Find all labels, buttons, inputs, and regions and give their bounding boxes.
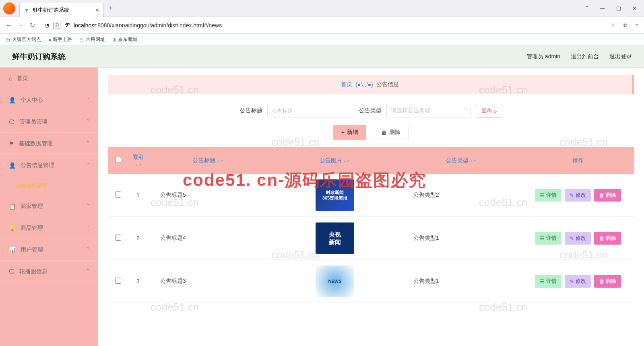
tab-close-icon[interactable]: ✕ (95, 7, 99, 13)
query-button[interactable]: 查询⌕ (476, 104, 502, 117)
chevron-down-icon[interactable]: ˅ (586, 5, 588, 11)
row-checkbox[interactable] (115, 192, 121, 198)
extensions-icon[interactable]: ⧉ (623, 22, 627, 29)
cell-title: 公告标题5 (148, 174, 268, 217)
folder-icon: 🗀 (79, 37, 84, 43)
trash-icon: 🗑 (599, 192, 604, 198)
sidebar-item-basedata[interactable]: ⚑基础数据管理˅ (0, 133, 98, 154)
edit-icon: ✎ (570, 278, 574, 284)
menu-icon[interactable]: ≡ (635, 22, 638, 29)
cell-image: NEWS (268, 260, 401, 303)
sidebar-subitem-notice[interactable]: 公告信息管理 (0, 176, 98, 196)
cell-image: 央视新闻 (268, 217, 401, 260)
row-edit-button[interactable]: ✎修改 (565, 275, 591, 288)
sidebar-item-merchant[interactable]: 📋商家管理˅ (0, 196, 98, 217)
sidebar-item-users[interactable]: 📊用户管理˅ (0, 239, 98, 261)
col-index[interactable]: 索引▲▼ (128, 147, 148, 174)
row-delete-button[interactable]: 🗑删除 (594, 189, 621, 202)
sidebar-item-notice[interactable]: 👤公告信息管理˄ (0, 154, 98, 176)
globe-icon: ⊕ (112, 37, 116, 43)
bookmark-item[interactable]: 🗀常用网址 (79, 36, 105, 43)
bookmark-item[interactable]: 🗀火狐官方站点 (6, 36, 41, 43)
tab-title: 鲜牛奶订购系统 (33, 6, 69, 14)
info-icon: ⓘ (53, 22, 60, 29)
firefox-logo-icon (3, 2, 15, 14)
url-field[interactable]: ◔ ⓘ ዏ localhost:8080/xiannaidinggou/admi… (41, 20, 605, 31)
search-title-label: 公告标题 (240, 107, 262, 114)
select-all-checkbox[interactable] (115, 157, 121, 163)
sort-icon: ▲▼ (217, 159, 224, 163)
chevron-down-icon: ˅ (87, 247, 89, 252)
chevron-down-icon: ˅ (87, 204, 89, 209)
edit-icon: ✎ (570, 192, 574, 198)
bookmarks-bar: 🗀火狐官方站点 ●新手上路 🗀常用网址 ⊕京东商城 (0, 34, 644, 46)
bookmark-item[interactable]: ●新手上路 (48, 36, 72, 43)
cell-title: 公告标题4 (148, 217, 268, 260)
flag-icon: ⚑ (9, 140, 14, 147)
app-header: 鲜牛奶订购系统 管理员 admin 退出到前台 退出登录 (0, 46, 644, 68)
add-button[interactable]: +新增 (333, 125, 366, 140)
browser-tab[interactable]: ▼ 鲜牛奶订购系统 ✕ (19, 3, 104, 17)
col-image[interactable]: 公告图片▲▼ (268, 147, 401, 174)
shield-icon: ◔ (45, 22, 49, 28)
bulk-delete-button[interactable]: 🗑删除 (373, 125, 409, 140)
search-icon: ⌕ (494, 108, 497, 114)
row-delete-button[interactable]: 🗑删除 (594, 232, 621, 245)
window-minimize-icon[interactable]: — (600, 5, 605, 11)
url-text: localhost:8080/xiannaidinggou/admin/dist… (74, 22, 222, 29)
cell-title: 公告标题3 (148, 260, 268, 303)
trash-icon: 🗑 (381, 129, 387, 136)
breadcrumb-face-icon: (●'◡'●) (355, 81, 373, 88)
col-type[interactable]: 公告类型▲▼ (401, 147, 522, 174)
row-detail-button[interactable]: ☰详情 (535, 232, 561, 245)
window-close-icon[interactable]: ✕ (632, 5, 637, 11)
row-edit-button[interactable]: ✎修改 (565, 232, 591, 245)
vue-icon: ▼ (24, 7, 29, 13)
sidebar-item-carousel[interactable]: 🖵轮播图信息˅ (0, 261, 98, 282)
sidebar-item-goods[interactable]: 💡商品管理˅ (0, 217, 98, 239)
thumbnail-image[interactable]: 央视新闻 (316, 222, 354, 254)
breadcrumb-home[interactable]: 首页 (341, 81, 352, 88)
nav-back-icon[interactable]: ← (6, 22, 12, 29)
bookmark-star-icon[interactable]: ☆ (611, 22, 615, 29)
thumbnail-image[interactable]: 时政新闻365资讯简报 (316, 179, 354, 211)
main-content: 首页 (●'◡'●) 公告信息 公告标题 公告类型 请选择公告类型 ˅ 查询⌕ … (98, 68, 644, 346)
search-row: 公告标题 公告类型 请选择公告类型 ˅ 查询⌕ (108, 104, 634, 117)
row-detail-button[interactable]: ☰详情 (535, 189, 561, 202)
cell-index: 3 (128, 260, 148, 303)
chevron-down-icon: ˅ (87, 225, 89, 231)
nav-forward-icon[interactable]: → (18, 22, 24, 29)
breadcrumb: 首页 (●'◡'●) 公告信息 (108, 75, 634, 94)
new-tab-button[interactable]: + (109, 4, 113, 12)
thumbnail-image[interactable]: NEWS (316, 266, 354, 297)
row-checkbox[interactable] (115, 235, 121, 241)
row-detail-button[interactable]: ☰详情 (535, 275, 561, 288)
sort-icon: ▲▼ (470, 159, 477, 163)
chevron-down-icon: ˅ (87, 269, 89, 274)
breadcrumb-current: 公告信息 (376, 81, 399, 88)
search-title-input[interactable] (267, 104, 354, 117)
exit-to-front-link[interactable]: 退出到前台 (571, 53, 599, 60)
admin-label[interactable]: 管理员 admin (526, 53, 560, 60)
logout-link[interactable]: 退出登录 (609, 53, 632, 60)
row-edit-button[interactable]: ✎修改 (565, 189, 591, 202)
sidebar-item-personal[interactable]: 👤个人中心˅ (0, 89, 98, 111)
cell-type: 公告类型1 (401, 260, 522, 303)
chevron-down-icon: ˅ (87, 97, 89, 103)
chevron-down-icon: ˅ (87, 141, 89, 146)
col-title[interactable]: 公告标题▲▼ (148, 147, 268, 174)
row-delete-button[interactable]: 🗑删除 (594, 275, 621, 288)
user-icon: 👤 (9, 162, 16, 169)
list-icon: ☰ (540, 278, 545, 284)
row-checkbox[interactable] (115, 278, 121, 284)
bars-icon: 📊 (9, 247, 16, 253)
sidebar-item-home[interactable]: ⌂首页 (0, 68, 98, 89)
browser-tab-strip: ▼ 鲜牛奶订购系统 ✕ + ˅ — ▢ ✕ (0, 0, 644, 17)
nav-reload-icon[interactable]: ↻ (30, 21, 35, 29)
bookmark-item[interactable]: ⊕京东商城 (112, 36, 137, 43)
table-row: 2公告标题4央视新闻公告类型1☰详情✎修改🗑删除 (108, 217, 634, 260)
window-maximize-icon[interactable]: ▢ (616, 5, 621, 11)
search-type-select[interactable]: 请选择公告类型 ˅ (386, 104, 471, 117)
sidebar-item-admin[interactable]: 🖵管理员管理˅ (0, 111, 98, 133)
cell-type: 公告类型1 (401, 217, 522, 260)
